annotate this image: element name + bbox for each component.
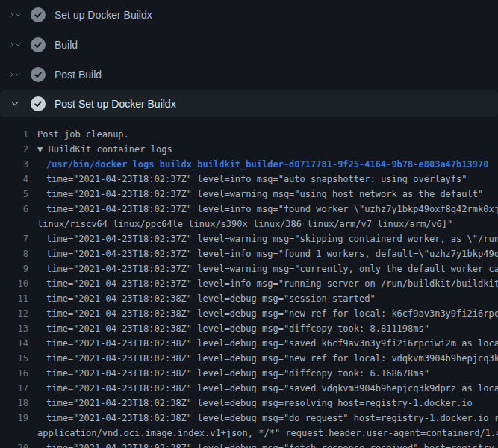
log-line: 16 time="2021-04-23T18:02:38Z" level=deb… [0, 366, 498, 381]
line-number[interactable]: 13 [0, 321, 28, 336]
step-title: Build [55, 39, 78, 51]
step-row-build[interactable]: Build [0, 30, 498, 60]
line-number[interactable] [0, 217, 28, 231]
log-line: 12 time="2021-04-23T18:02:38Z" level=deb… [0, 306, 498, 321]
log-line: 17 time="2021-04-23T18:02:38Z" level=deb… [0, 381, 498, 396]
log-text: time="2021-04-23T18:02:37Z" level=info m… [28, 246, 498, 261]
log-text: time="2021-04-23T18:02:38Z" level=debug … [28, 411, 498, 426]
check-circle-icon [31, 67, 46, 82]
step-title: Set up Docker Buildx [55, 9, 152, 21]
line-number[interactable]: 18 [0, 396, 28, 411]
log-line: 18 time="2021-04-23T18:02:38Z" level=deb… [0, 396, 498, 411]
check-circle-icon [31, 37, 46, 52]
log-text: time="2021-04-23T18:02:38Z" level=debug … [28, 336, 498, 351]
log-text: time="2021-04-23T18:02:38Z" level=debug … [28, 396, 473, 411]
line-number[interactable]: 8 [0, 246, 28, 261]
log-line: 15 time="2021-04-23T18:02:38Z" level=deb… [0, 351, 498, 366]
log-text: time="2021-04-23T18:02:38Z" level=debug … [28, 321, 429, 336]
chevron-right-icon [9, 39, 21, 51]
log-line: 7 time="2021-04-23T18:02:37Z" level=warn… [0, 231, 498, 246]
log-line: 10 time="2021-04-23T18:02:37Z" level=inf… [0, 276, 498, 291]
log-line: linux/riscv64 linux/ppc64le linux/s390x … [0, 217, 498, 231]
log-text: Post job cleanup. [28, 127, 129, 142]
line-number[interactable]: 17 [0, 381, 28, 396]
check-circle-icon [31, 96, 46, 111]
log-line: 9 time="2021-04-23T18:02:37Z" level=warn… [0, 261, 498, 276]
log-text: time="2021-04-23T18:02:37Z" level=warnin… [28, 231, 498, 246]
line-number[interactable]: 4 [0, 172, 28, 187]
check-circle-icon [31, 7, 46, 22]
line-number[interactable]: 1 [0, 127, 28, 142]
step-row-set-up-docker-buildx[interactable]: Set up Docker Buildx [0, 0, 498, 30]
log-text: time="2021-04-23T18:02:37Z" level=warnin… [28, 261, 498, 276]
log-text: time="2021-04-23T18:02:38Z" level=debug … [28, 351, 498, 366]
log-text: time="2021-04-23T18:02:38Z" level=debug … [28, 381, 498, 396]
log-line: 4 time="2021-04-23T18:02:37Z" level=info… [0, 172, 498, 187]
line-number[interactable]: 14 [0, 336, 28, 351]
log-line[interactable]: 2 ▼ BuildKit container logs [0, 142, 498, 157]
line-number[interactable]: 12 [0, 306, 28, 321]
log-text: linux/riscv64 linux/ppc64le linux/s390x … [28, 217, 452, 231]
line-number[interactable]: 19 [0, 411, 28, 426]
log-text: time="2021-04-23T18:02:37Z" level=info m… [28, 202, 498, 217]
log-line: 3 /usr/bin/docker logs buildx_buildkit_b… [0, 157, 498, 172]
step-title: Post Build [55, 69, 102, 81]
chevron-right-icon [9, 9, 21, 21]
step-row-post-build[interactable]: Post Build [0, 60, 498, 90]
line-number[interactable]: 16 [0, 366, 28, 381]
line-number[interactable]: 11 [0, 291, 28, 306]
log-text: time="2021-04-23T18:02:38Z" level=debug … [28, 291, 376, 306]
log-line: 14 time="2021-04-23T18:02:38Z" level=deb… [0, 336, 498, 351]
log-line: 13 time="2021-04-23T18:02:38Z" level=deb… [0, 321, 498, 336]
line-number[interactable]: 10 [0, 276, 28, 291]
log-text: application/vnd.oci.image.index.v1+json,… [28, 426, 498, 441]
log-text: time="2021-04-23T18:02:38Z" level=debug … [28, 306, 498, 321]
log-text: /usr/bin/docker logs buildx_buildkit_bui… [28, 157, 488, 172]
log-line: 11 time="2021-04-23T18:02:38Z" level=deb… [0, 291, 498, 306]
line-number[interactable]: 5 [0, 187, 28, 202]
log-line: 6 time="2021-04-23T18:02:37Z" level=info… [0, 202, 498, 217]
line-number[interactable]: 3 [0, 157, 28, 172]
line-number[interactable]: 6 [0, 202, 28, 217]
line-number[interactable]: 15 [0, 351, 28, 366]
line-number[interactable]: 20 [0, 441, 28, 448]
log-text: time="2021-04-23T18:02:37Z" level=info m… [28, 276, 498, 291]
line-number[interactable]: 7 [0, 231, 28, 246]
step-row-post-set-up-docker-buildx[interactable]: Post Set up Docker Buildx [0, 90, 498, 117]
log-text: ▼ BuildKit container logs [28, 142, 172, 157]
log-line: 5 time="2021-04-23T18:02:37Z" level=warn… [0, 187, 498, 202]
log-text: time="2021-04-23T18:02:37Z" level=warnin… [28, 187, 483, 202]
workflow-log-viewer: Set up Docker Buildx Build Post Build [0, 0, 498, 448]
log-output: 1 Post job cleanup. 2 ▼ BuildKit contain… [0, 117, 498, 448]
log-line: 1 Post job cleanup. [0, 127, 498, 142]
log-line: 20 time="2021-04-23T18:02:38Z" level=deb… [0, 441, 498, 448]
step-list: Set up Docker Buildx Build Post Build [0, 0, 498, 117]
log-line: 8 time="2021-04-23T18:02:37Z" level=info… [0, 246, 498, 261]
log-line: 19 time="2021-04-23T18:02:38Z" level=deb… [0, 411, 498, 426]
step-title: Post Set up Docker Buildx [55, 98, 176, 110]
line-number[interactable]: 9 [0, 261, 28, 276]
log-line: application/vnd.oci.image.index.v1+json,… [0, 426, 498, 441]
line-number[interactable] [0, 426, 28, 441]
log-text: time="2021-04-23T18:02:38Z" level=debug … [28, 441, 498, 448]
log-text: time="2021-04-23T18:02:38Z" level=debug … [28, 366, 429, 381]
chevron-right-icon [9, 69, 21, 81]
chevron-down-icon [9, 98, 21, 110]
log-text: time="2021-04-23T18:02:37Z" level=info m… [28, 172, 467, 187]
line-number[interactable]: 2 [0, 142, 28, 157]
